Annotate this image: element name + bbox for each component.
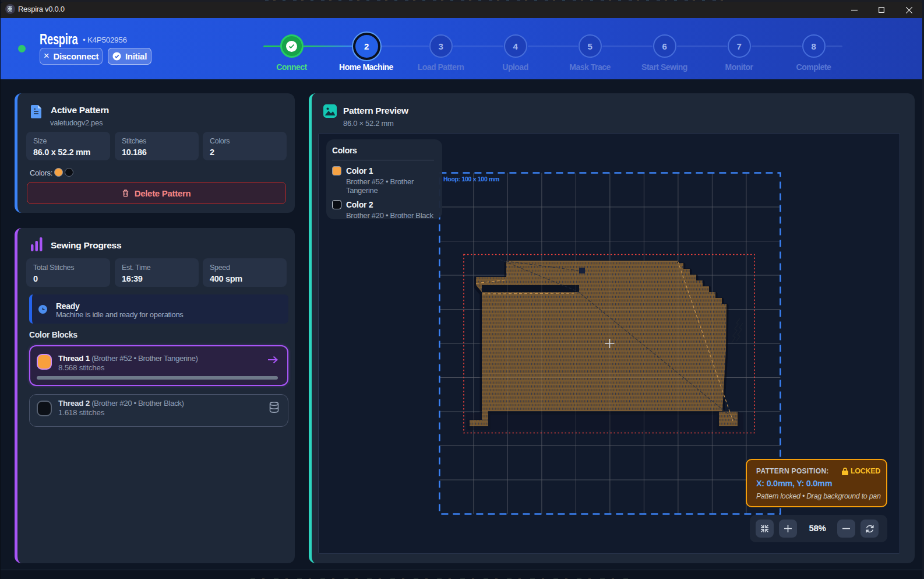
svg-text:Hoop: 100 x 100 mm: Hoop: 100 x 100 mm bbox=[443, 176, 499, 183]
